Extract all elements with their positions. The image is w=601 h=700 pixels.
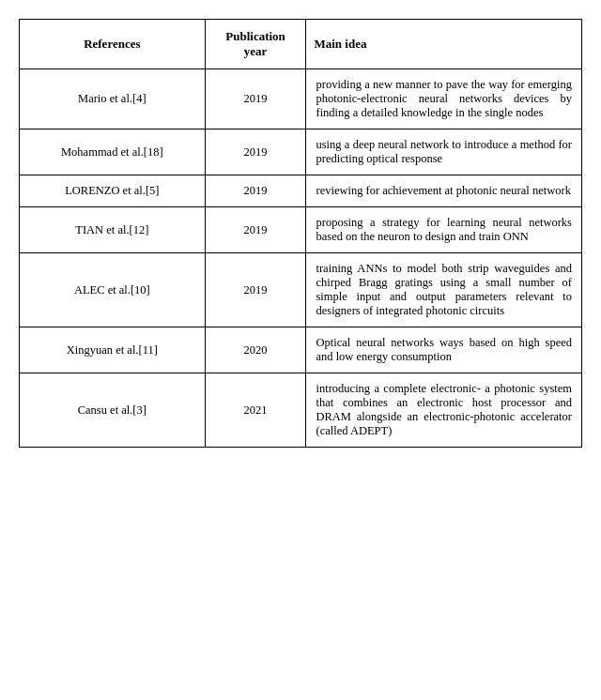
cell-reference: Mario et al.[4] [20, 69, 206, 129]
cell-reference: Xingyuan et al.[11] [20, 327, 206, 373]
table-row: LORENZO et al.[5]2019reviewing for achie… [20, 175, 582, 207]
header-idea: Main idea [306, 20, 582, 69]
cell-idea: using a deep neural network to introduce… [306, 129, 582, 175]
header-references: References [20, 20, 206, 69]
header-year: Publicationyear [205, 20, 306, 69]
cell-year: 2020 [205, 327, 306, 373]
cell-reference: TIAN et al.[12] [20, 207, 206, 253]
table-row: Mario et al.[4]2019providing a new manne… [20, 69, 582, 129]
cell-year: 2019 [205, 175, 306, 207]
cell-year: 2019 [205, 253, 306, 327]
table-row: Xingyuan et al.[11]2020Optical neural ne… [20, 327, 582, 373]
cell-reference: LORENZO et al.[5] [20, 175, 206, 207]
cell-year: 2019 [205, 69, 306, 129]
cell-reference: Mohammad et al.[18] [20, 129, 206, 175]
table-row: Mohammad et al.[18]2019using a deep neur… [20, 129, 582, 175]
cell-year: 2019 [205, 207, 306, 253]
references-table: References Publicationyear Main idea Mar… [19, 19, 582, 448]
cell-idea: Optical neural networks ways based on hi… [306, 327, 582, 373]
cell-year: 2019 [205, 129, 306, 175]
cell-idea: introducing a complete electronic- a pho… [306, 373, 582, 448]
cell-reference: Cansu et al.[3] [20, 373, 206, 448]
cell-idea: training ANNs to model both strip wavegu… [306, 253, 582, 327]
table-row: TIAN et al.[12]2019proposing a strategy … [20, 207, 582, 253]
table-row: Cansu et al.[3]2021introducing a complet… [20, 373, 582, 448]
cell-idea: proposing a strategy for learning neural… [306, 207, 582, 253]
cell-idea: reviewing for achievement at photonic ne… [306, 175, 582, 207]
table-row: ALEC et al.[10]2019training ANNs to mode… [20, 253, 582, 327]
cell-year: 2021 [205, 373, 306, 448]
cell-idea: providing a new manner to pave the way f… [306, 69, 582, 129]
cell-reference: ALEC et al.[10] [20, 253, 206, 327]
